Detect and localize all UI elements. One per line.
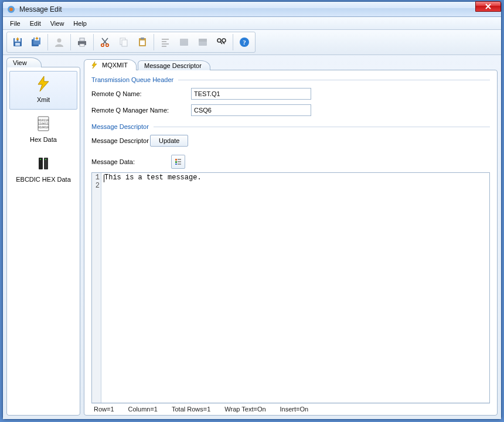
row-message-data: Message Data: <box>91 155 490 169</box>
binary-doc-icon: 010110110011010010 <box>33 115 53 132</box>
print-button[interactable] <box>73 33 91 51</box>
block1-button[interactable] <box>175 33 193 51</box>
save-all-button[interactable] <box>28 33 45 51</box>
view-list: Xmit 010110110011010010 Hex Data EBCDIC … <box>6 67 80 416</box>
group-transmission-header: Transmission Queue Header <box>91 76 490 83</box>
app-icon <box>6 5 16 14</box>
toolbar-separator <box>233 34 233 50</box>
menu-view[interactable]: View <box>46 19 69 28</box>
toolbar-separator <box>47 34 48 50</box>
svg-rect-40 <box>178 159 181 160</box>
status-bar: Row=1 Column=1 Total Rows=1 Wrap Text=On… <box>91 403 490 414</box>
close-button[interactable] <box>475 1 501 12</box>
sidebar-item-ebcdic[interactable]: EBCDIC HEX Data <box>9 151 77 189</box>
svg-rect-16 <box>122 40 127 46</box>
window: Message Edit File Edit View Help <box>2 1 502 420</box>
line-number: 1 <box>92 173 100 182</box>
svg-rect-41 <box>178 161 181 162</box>
toolbar-separator <box>93 34 94 50</box>
list-color-icon <box>174 158 182 166</box>
group-rule <box>178 80 490 80</box>
help-button[interactable]: ? <box>236 33 253 51</box>
copy-button[interactable] <box>115 33 132 51</box>
sidebar-item-xmit[interactable]: Xmit <box>9 71 77 110</box>
svg-rect-20 <box>180 39 188 46</box>
sidebar-item-label: Xmit <box>11 96 76 103</box>
message-data-label: Message Data: <box>91 158 135 165</box>
tab-label: MQXMIT <box>102 62 128 69</box>
toolbar-separator <box>70 34 71 50</box>
svg-rect-38 <box>175 161 177 163</box>
menu-file[interactable]: File <box>5 19 25 28</box>
sidebar-item-hex[interactable]: 010110110011010010 Hex Data <box>9 111 77 149</box>
menu-edit[interactable]: Edit <box>25 19 46 28</box>
md-label: Message Descriptor <box>91 137 150 144</box>
update-button[interactable]: Update <box>150 135 188 147</box>
svg-point-35 <box>45 159 46 160</box>
sidebar-item-label: EBCDIC HEX Data <box>11 176 76 183</box>
editor-gutter: 1 2 <box>92 173 101 403</box>
window-buttons <box>475 1 501 12</box>
group-title: Transmission Queue Header <box>91 76 173 83</box>
remote-q-name-label: Remote Q Name: <box>91 90 191 97</box>
paste-button[interactable] <box>134 33 151 51</box>
toolbar-separator <box>154 34 154 50</box>
svg-text:?: ? <box>243 39 246 46</box>
svg-rect-19 <box>140 40 145 45</box>
toolbar-container: ? <box>3 30 501 55</box>
group-rule <box>154 127 490 127</box>
save-button[interactable] <box>9 33 26 51</box>
remote-qm-name-label: Remote Q Manager Name: <box>91 107 191 114</box>
svg-rect-22 <box>199 39 207 42</box>
svg-rect-42 <box>178 164 181 165</box>
align-button[interactable] <box>156 33 174 51</box>
menu-help[interactable]: Help <box>69 19 91 28</box>
user-button[interactable] <box>50 33 68 51</box>
group-message-descriptor: Message Descriptor <box>91 123 490 130</box>
status-insert: Insert=On <box>280 406 309 413</box>
lightning-icon <box>33 75 53 93</box>
svg-rect-18 <box>141 38 144 39</box>
row-remote-q-name: Remote Q Name: <box>91 88 490 100</box>
editor-textarea[interactable]: This is a test message. <box>101 173 489 403</box>
main-panel: MQXMIT Message Descriptor Transmission Q… <box>84 57 498 416</box>
block2-button[interactable] <box>194 33 212 51</box>
svg-rect-39 <box>175 164 177 165</box>
tab-mqxmit[interactable]: MQXMIT <box>84 59 137 70</box>
work-area: View Xmit 010110110011010010 Hex Data EB… <box>3 55 501 419</box>
tab-label: Message Descriptor <box>144 62 202 69</box>
svg-rect-37 <box>175 159 177 161</box>
line-number: 2 <box>92 182 100 190</box>
tab-message-descriptor[interactable]: Message Descriptor <box>138 60 210 70</box>
view-tab[interactable]: View <box>6 57 42 67</box>
svg-point-9 <box>57 39 62 43</box>
svg-point-34 <box>40 159 41 160</box>
status-row: Row=1 <box>94 406 114 413</box>
svg-point-1 <box>9 8 13 11</box>
sidebar-item-label: Hex Data <box>11 136 76 143</box>
tabstrip: MQXMIT Message Descriptor <box>84 57 498 70</box>
remote-q-name-input[interactable] <box>191 88 311 100</box>
editor-text: This is a test message. <box>104 173 202 182</box>
window-title: Message Edit <box>19 5 62 13</box>
message-editor: 1 2 This is a test message. <box>91 172 490 403</box>
lightning-icon <box>90 61 98 69</box>
tab-body: Transmission Queue Header Remote Q Name:… <box>84 70 498 416</box>
row-md: Message Descriptor Update <box>91 135 490 147</box>
svg-marker-36 <box>92 62 97 69</box>
find-button[interactable] <box>213 33 230 51</box>
svg-text:010010: 010010 <box>38 125 49 129</box>
status-total-rows: Total Rows=1 <box>172 406 210 413</box>
message-data-options-button[interactable] <box>171 155 185 169</box>
server-icon <box>33 155 53 172</box>
remote-qm-name-input[interactable] <box>191 104 311 116</box>
row-remote-qm-name: Remote Q Manager Name: <box>91 104 490 116</box>
svg-rect-4 <box>15 43 20 46</box>
group-title: Message Descriptor <box>91 123 149 130</box>
svg-rect-12 <box>80 44 84 46</box>
svg-marker-27 <box>38 76 49 91</box>
cut-button[interactable] <box>96 33 114 51</box>
menubar: File Edit View Help <box>3 17 501 30</box>
status-wrap: Wrap Text=On <box>224 406 265 413</box>
titlebar[interactable]: Message Edit <box>3 2 501 17</box>
